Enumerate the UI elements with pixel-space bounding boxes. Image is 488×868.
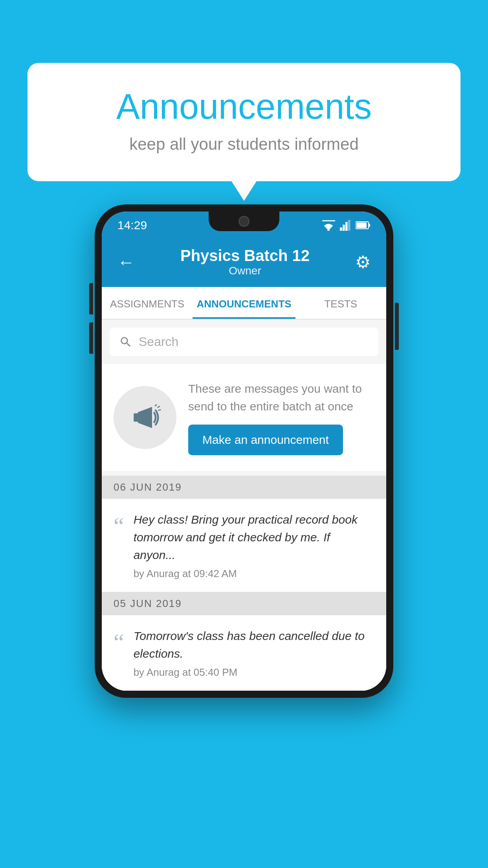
- speech-bubble: Announcements keep all your students inf…: [28, 63, 460, 181]
- megaphone-icon: [127, 400, 163, 435]
- announcement-text-1: Hey class! Bring your practical record b…: [134, 511, 374, 564]
- svg-rect-6: [369, 224, 370, 227]
- intro-right: These are messages you want to send to t…: [188, 380, 374, 455]
- announcement-meta-2: by Anurag at 05:40 PM: [134, 666, 374, 679]
- date-separator-2: 05 JUN 2019: [102, 592, 386, 615]
- megaphone-circle: [114, 386, 176, 449]
- quote-icon-1: “: [114, 514, 124, 537]
- back-button[interactable]: ←: [117, 252, 135, 272]
- announcement-item-1[interactable]: “ Hey class! Bring your practical record…: [102, 499, 386, 592]
- app-bar-center: Physics Batch 12 Owner: [180, 247, 310, 277]
- app-bar-title: Physics Batch 12: [180, 247, 310, 265]
- content-area: Search: [102, 327, 386, 691]
- search-icon: [119, 335, 132, 349]
- app-bar: ← Physics Batch 12 Owner ⚙: [102, 239, 386, 287]
- wifi-icon: [322, 220, 335, 231]
- tab-assignments[interactable]: ASSIGNMENTS: [102, 287, 193, 319]
- announcement-item-2[interactable]: “ Tomorrow's class has been cancelled du…: [102, 615, 386, 691]
- quote-icon-2: “: [114, 630, 124, 654]
- bubble-subtitle: keep all your students informed: [59, 135, 429, 154]
- date-separator-1: 06 JUN 2019: [102, 476, 386, 499]
- power-button: [395, 303, 399, 350]
- signal-icon: [340, 220, 351, 231]
- phone-screen: 14:29: [102, 211, 386, 691]
- battery-icon: [356, 221, 371, 230]
- app-bar-subtitle: Owner: [180, 265, 310, 277]
- phone-container: 14:29: [95, 204, 393, 698]
- speech-bubble-container: Announcements keep all your students inf…: [28, 63, 460, 181]
- bubble-title: Announcements: [59, 86, 429, 127]
- announcement-text-area-2: Tomorrow's class has been cancelled due …: [134, 627, 374, 679]
- phone-camera: [238, 216, 250, 227]
- svg-rect-2: [343, 225, 345, 231]
- svg-rect-1: [340, 228, 342, 231]
- tab-tests[interactable]: TESTS: [295, 287, 386, 319]
- tabs-container: ASSIGNMENTS ANNOUNCEMENTS TESTS: [102, 287, 386, 320]
- search-placeholder: Search: [139, 335, 178, 349]
- announcement-meta-1: by Anurag at 09:42 AM: [134, 568, 374, 580]
- announcement-text-2: Tomorrow's class has been cancelled due …: [134, 627, 374, 662]
- make-announcement-button[interactable]: Make an announcement: [188, 425, 343, 455]
- settings-icon[interactable]: ⚙: [355, 252, 371, 272]
- volume-down-button: [89, 322, 93, 354]
- svg-rect-7: [356, 223, 367, 228]
- svg-line-10: [158, 406, 160, 408]
- svg-rect-3: [345, 222, 348, 231]
- phone-outer: 14:29: [95, 204, 393, 698]
- tab-announcements[interactable]: ANNOUNCEMENTS: [193, 287, 295, 319]
- search-bar[interactable]: Search: [110, 327, 378, 356]
- svg-line-11: [158, 410, 161, 410]
- intro-description: These are messages you want to send to t…: [188, 380, 374, 415]
- volume-up-button: [89, 283, 93, 314]
- phone-notch: [209, 211, 279, 231]
- status-time: 14:29: [117, 219, 147, 232]
- announcement-text-area-1: Hey class! Bring your practical record b…: [134, 511, 374, 580]
- svg-line-9: [155, 405, 157, 406]
- status-icons: [322, 220, 371, 231]
- svg-rect-4: [348, 220, 350, 231]
- intro-card: These are messages you want to send to t…: [102, 364, 386, 471]
- svg-rect-8: [134, 413, 139, 422]
